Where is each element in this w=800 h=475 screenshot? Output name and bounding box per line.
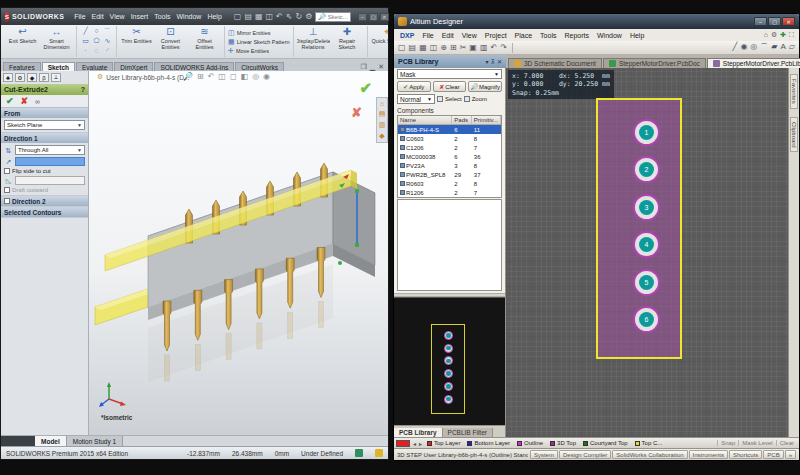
line-icon[interactable]: ╱ [733, 42, 738, 53]
mirror-entities-button[interactable]: ◫Mirror Entities [228, 29, 290, 37]
offset-entities-button[interactable]: ≋Offset Entities [188, 26, 221, 58]
panel-tab-pcb-library[interactable]: PCB Library [394, 428, 443, 437]
section-direction2-header[interactable]: Direction 2 [1, 196, 88, 206]
view-mode-select[interactable]: Normal ▼ [397, 94, 435, 104]
mask-combobox[interactable]: Mask ▼ [397, 69, 502, 79]
help-icon[interactable]: ? [81, 86, 85, 93]
table-row[interactable]: PV23A38 [398, 161, 501, 170]
vertical-tab-favorites[interactable]: Favorites [790, 74, 798, 109]
spline-icon[interactable]: ∿ [102, 37, 113, 47]
menu-edit[interactable]: Edit [89, 13, 107, 20]
zoom-area-icon[interactable]: ⊞ [450, 43, 457, 52]
undo-icon[interactable]: ↶ [276, 12, 283, 21]
draft-angle-field[interactable] [15, 176, 85, 185]
linear-sketch-pattern-button[interactable]: ▦Linear Sketch Pattern [228, 38, 290, 46]
dimxpert-icon[interactable]: ⟂ [51, 73, 61, 82]
column-header-pads[interactable]: Pads [452, 116, 472, 124]
table-row[interactable]: C120627 [398, 143, 501, 152]
previous-view-icon[interactable]: ↶ [208, 72, 215, 81]
shortcuts-button[interactable]: Shortcuts [729, 450, 762, 459]
depth-field-selected[interactable] [15, 157, 85, 166]
arc-icon[interactable]: ⌒ [102, 27, 113, 37]
section-from-header[interactable]: From [1, 108, 88, 118]
panel-tab-pcblib-filter[interactable]: PCBLIB Filter [443, 428, 493, 437]
pcb-editor-canvas[interactable]: x: 7.000 dx: 5.250 mm y: 0.000 dy: 20.25… [506, 68, 788, 437]
polygon-icon[interactable]: ⬠ [91, 37, 102, 47]
close-button[interactable]: ✕ [380, 13, 389, 21]
settings-icon[interactable]: ⚙ [771, 31, 777, 39]
draft-icon[interactable]: ◺ [4, 176, 13, 185]
maximize-button[interactable]: ▢ [369, 13, 378, 21]
menu-view[interactable]: View [458, 32, 481, 39]
graphics-area[interactable]: ⚙ User Library-b6b-ph-4-s (D... 🔎 ⊞ ↶ ◫ … [89, 71, 388, 435]
confirm-ok-icon[interactable]: ✔ [359, 79, 372, 97]
column-header-primitiv[interactable]: Primitiv... [472, 116, 501, 124]
properties-icon[interactable]: ⚙ [15, 73, 25, 82]
view-orientation-icon[interactable]: ◻ [230, 72, 237, 81]
paste-icon[interactable]: ▥ [480, 43, 488, 52]
new-icon[interactable]: ▢ [234, 12, 242, 21]
copy-icon[interactable]: ▣ [469, 43, 477, 52]
menu-help[interactable]: Help [626, 32, 648, 39]
repair-sketch-button[interactable]: ✚Repair Sketch [331, 26, 364, 58]
save-icon[interactable]: ▦ [419, 43, 427, 52]
clear-button[interactable]: ✘Clear [433, 81, 467, 92]
display-delete-relations-button[interactable]: ⊥Display/Delete Relations [297, 26, 330, 58]
design-library-icon[interactable]: ▤ [379, 110, 386, 118]
rebuild-icon[interactable]: ↻ [295, 12, 302, 21]
menu-edit[interactable]: Edit [438, 32, 458, 39]
pin-icon[interactable]: ⊼ [491, 58, 495, 65]
vertical-tab-clipboard[interactable]: Clipboard [790, 117, 798, 153]
table-row[interactable]: B6B-PH-4-S611 [398, 125, 501, 134]
confirm-cancel-icon[interactable]: ✘ [351, 105, 362, 120]
tab-solidworks-add-ins[interactable]: SOLIDWORKS Add-Ins [154, 62, 234, 71]
feature-tree-icon[interactable]: ♣ [3, 73, 13, 82]
layer-tab-3d-top[interactable]: 3D Top [548, 440, 578, 446]
point-icon[interactable]: · [80, 47, 91, 57]
configurations-icon[interactable]: β [39, 73, 49, 82]
minimize-button[interactable]: – [754, 17, 767, 26]
save-icon[interactable]: ▦ [255, 12, 263, 21]
plus-icon[interactable]: ✚ [780, 31, 786, 39]
magnify-button[interactable]: 🔎Magnify [468, 81, 502, 92]
reverse-direction-icon[interactable]: ⇅ [4, 146, 13, 155]
ellipse-icon[interactable]: ◌ [91, 47, 102, 57]
display-style-icon[interactable]: ◧ [241, 72, 249, 81]
maximize-view-icon[interactable]: ⛶ [789, 31, 794, 39]
menu-reports[interactable]: Reports [560, 32, 593, 39]
command-search-input[interactable]: 🔎 Sketc... [315, 12, 351, 22]
move-entities-button[interactable]: ✛Move Entities [228, 47, 290, 55]
clear-button[interactable]: Clear [776, 440, 797, 446]
menu-help[interactable]: Help [204, 13, 224, 20]
tab-sketch[interactable]: Sketch [42, 62, 75, 71]
smart-dimension-button[interactable]: ↔Smart Dimension [40, 26, 73, 58]
close-panel-icon[interactable]: ✕ [497, 58, 502, 65]
doc-tab-steppermotordriver-pcblib[interactable]: StepperMotorDriver.PcbLib * [707, 58, 800, 68]
column-header-name[interactable]: Name [398, 116, 452, 124]
menu-window[interactable]: Window [593, 32, 626, 39]
component-icon[interactable]: ▱ [789, 42, 795, 53]
undo-icon[interactable]: ↶ [490, 43, 497, 52]
menu-tools[interactable]: Tools [536, 32, 560, 39]
solidworks-collaboration-button[interactable]: SolidWorks Collaboration [612, 450, 687, 459]
apply-button[interactable]: ✔Apply [397, 81, 431, 92]
pad-3[interactable]: 3 [633, 194, 660, 221]
footprint-preview[interactable] [394, 297, 505, 425]
pad-4[interactable]: 4 [633, 231, 660, 258]
fill-icon[interactable]: ▰ [771, 42, 777, 53]
hide-show-icon[interactable]: ◎ [252, 72, 259, 81]
appearance-icon[interactable]: ◉ [263, 72, 270, 81]
layer-tab-courtyard-top[interactable]: Courtyard Top [581, 440, 630, 446]
detailed-preview-icon[interactable]: ∞ [35, 98, 40, 105]
flip-side-checkbox[interactable] [4, 168, 10, 174]
print-icon[interactable]: ◫ [266, 12, 274, 21]
-button[interactable]: » [785, 450, 796, 459]
menu-file[interactable]: File [71, 13, 88, 20]
layer-scroll-left-icon[interactable]: ◂ [413, 440, 416, 447]
end-condition-select[interactable]: Through All▼ [15, 145, 85, 155]
cancel-icon[interactable]: ✘ [21, 96, 29, 106]
zoom-area-icon[interactable]: ⊞ [197, 72, 204, 81]
menu-file[interactable]: File [418, 32, 437, 39]
mask-level-button[interactable]: Mask Level [738, 440, 775, 446]
tab-motion-study-1[interactable]: Motion Study 1 [67, 436, 123, 446]
